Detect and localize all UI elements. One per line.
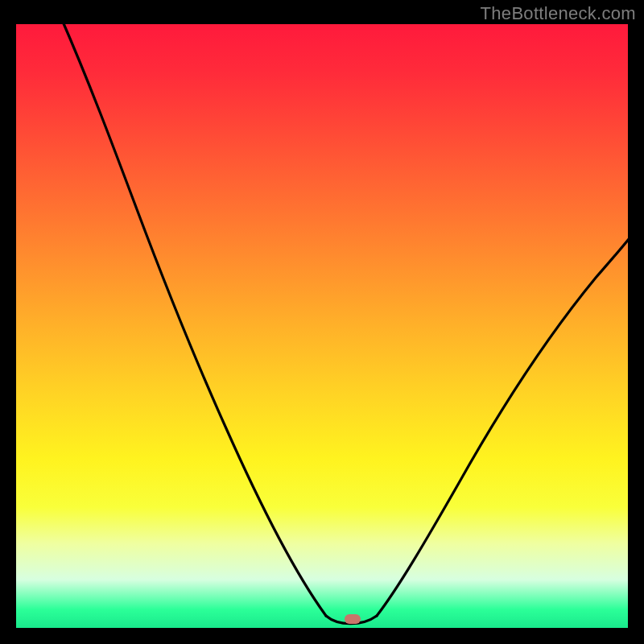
plot-area bbox=[16, 24, 628, 628]
watermark-text: TheBottleneck.com bbox=[481, 3, 636, 24]
chart-frame: TheBottleneck.com bbox=[0, 0, 644, 644]
bottleneck-curve bbox=[16, 24, 628, 628]
optimal-point-marker bbox=[345, 614, 361, 624]
